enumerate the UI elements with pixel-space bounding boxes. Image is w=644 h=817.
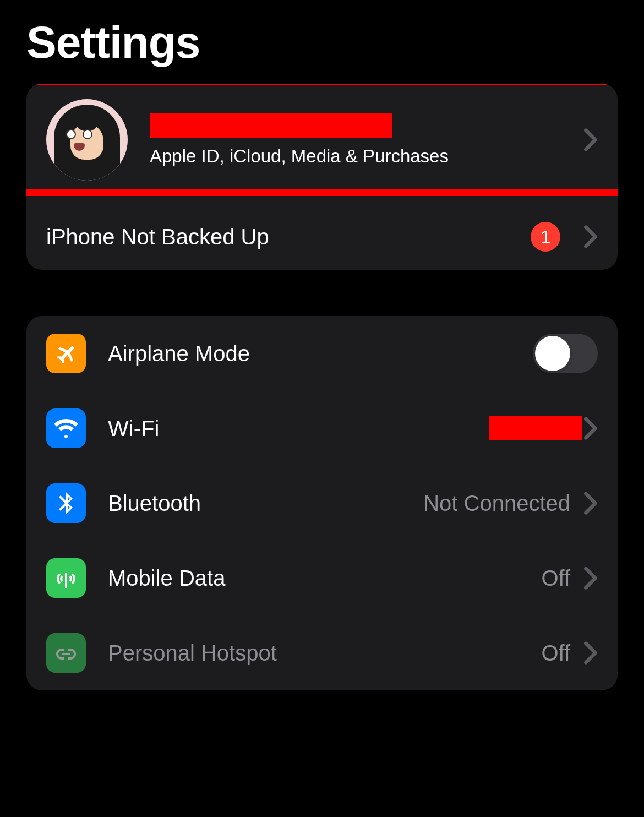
hotspot-icon <box>46 633 86 673</box>
notification-label: iPhone Not Backed Up <box>46 225 531 249</box>
profile-name-redacted <box>150 113 392 138</box>
wifi-value-redacted <box>489 416 582 440</box>
wifi-label: Wi-Fi <box>108 416 489 441</box>
chevron-right-icon <box>583 225 598 249</box>
chevron-right-icon <box>583 416 598 440</box>
chevron-right-icon <box>583 128 598 152</box>
chevron-right-icon <box>583 641 598 665</box>
connectivity-group: Airplane Mode Wi-Fi Bluetooth Not Connec… <box>26 316 618 690</box>
toggle-knob <box>535 336 570 371</box>
airplane-mode-toggle[interactable] <box>533 334 598 373</box>
avatar <box>46 99 128 181</box>
mobile-data-value: Off <box>541 566 570 591</box>
apple-id-row[interactable]: Apple ID, iCloud, Media & Purchases <box>26 84 618 204</box>
airplane-mode-label: Airplane Mode <box>108 341 533 366</box>
wifi-icon <box>46 408 86 448</box>
bluetooth-row[interactable]: Bluetooth Not Connected <box>26 466 618 541</box>
airplane-icon <box>46 334 86 373</box>
profile-text: Apple ID, iCloud, Media & Purchases <box>150 113 583 167</box>
personal-hotspot-row[interactable]: Personal Hotspot Off <box>26 616 618 690</box>
mobile-data-row[interactable]: Mobile Data Off <box>26 541 618 616</box>
chevron-right-icon <box>583 491 598 515</box>
wifi-row[interactable]: Wi-Fi <box>26 391 618 466</box>
cellular-icon <box>46 558 86 598</box>
bluetooth-icon <box>46 483 86 523</box>
memoji-hair <box>54 105 120 181</box>
airplane-mode-row[interactable]: Airplane Mode <box>26 316 618 391</box>
backup-notification-row[interactable]: iPhone Not Backed Up 1 <box>26 204 618 270</box>
chevron-right-icon <box>583 566 598 590</box>
account-group: Apple ID, iCloud, Media & Purchases iPho… <box>26 84 618 270</box>
mobile-data-label: Mobile Data <box>108 566 541 591</box>
personal-hotspot-value: Off <box>541 641 570 666</box>
bluetooth-label: Bluetooth <box>108 491 423 516</box>
personal-hotspot-label: Personal Hotspot <box>108 641 541 666</box>
memoji-eyes <box>68 129 90 136</box>
profile-subtitle: Apple ID, iCloud, Media & Purchases <box>150 146 583 167</box>
bluetooth-value: Not Connected <box>423 491 570 516</box>
notification-badge: 1 <box>531 222 560 252</box>
page-title: Settings <box>26 0 618 84</box>
